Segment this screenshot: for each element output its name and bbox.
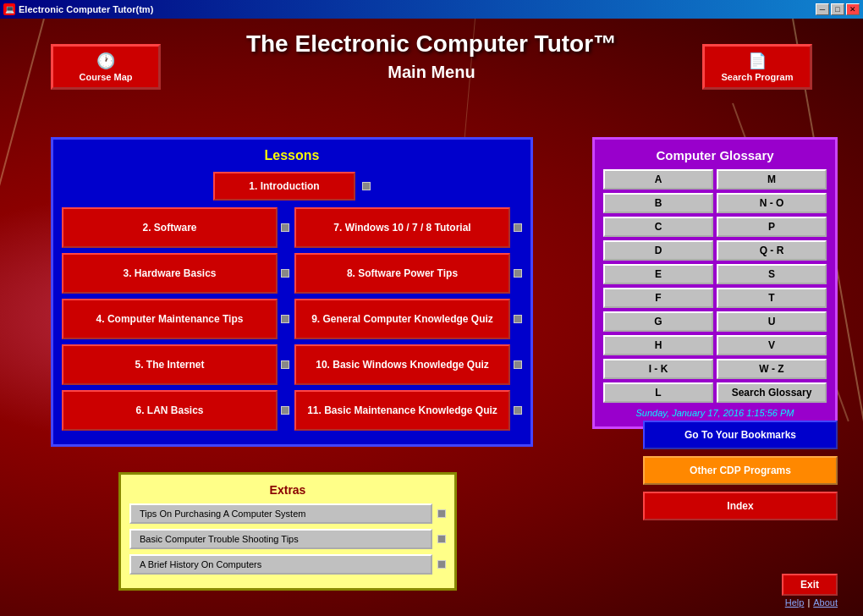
cdp-button[interactable]: Other CDP Programs: [643, 456, 838, 485]
lesson-cell: 8. Software Power Tips: [294, 253, 522, 294]
lesson-cell: 5. The Internet: [62, 344, 289, 385]
glossary-letter-button[interactable]: V: [717, 335, 827, 355]
lesson-cell: 10. Basic Windows Knowledge Quiz: [294, 344, 522, 385]
extras-panel: Extras Tips On Purchasing A Computer Sys…: [118, 472, 457, 591]
glossary-letter-button[interactable]: U: [717, 311, 827, 332]
extra-row: Basic Computer Trouble Shooting Tips: [129, 529, 446, 549]
extra-item-button[interactable]: Tips On Purchasing A Computer System: [129, 503, 432, 524]
glossary-letter-button[interactable]: B: [603, 193, 713, 213]
lesson-checkbox[interactable]: [514, 360, 522, 369]
lesson-checkbox[interactable]: [281, 406, 289, 415]
lesson-button[interactable]: 10. Basic Windows Knowledge Quiz: [294, 344, 510, 385]
lesson-row: 2. Software7. Windows 10 / 7 / 8 Tutoria…: [62, 207, 522, 248]
lesson-intro-button[interactable]: 1. Introduction: [213, 172, 355, 201]
glossary-letter-button[interactable]: Q - R: [717, 240, 827, 261]
glossary-letter-button[interactable]: L: [603, 382, 713, 403]
index-button[interactable]: Index: [643, 492, 838, 520]
glossary-title: Computer Glossary: [603, 148, 827, 162]
app-icon: 💻: [3, 3, 15, 15]
glossary-letter-button[interactable]: C: [603, 217, 713, 237]
extras-title: Extras: [129, 483, 446, 497]
lesson-button[interactable]: 7. Windows 10 / 7 / 8 Tutorial: [294, 207, 510, 248]
glossary-letter-button[interactable]: N - O: [717, 193, 827, 213]
right-buttons: Go To Your Bookmarks Other CDP Programs …: [643, 421, 838, 520]
lesson-button[interactable]: 2. Software: [62, 207, 278, 248]
glossary-letter-button[interactable]: T: [717, 288, 827, 308]
top-buttons-area: 🕐 Course Map 📄 Search Program: [0, 44, 863, 90]
lesson-checkbox[interactable]: [514, 315, 522, 323]
course-map-label: Course Map: [80, 72, 133, 82]
lesson-checkbox[interactable]: [281, 223, 289, 232]
lesson-cell: 11. Basic Maintenance Knowledge Quiz: [294, 390, 522, 431]
close-button[interactable]: ✕: [846, 3, 860, 15]
lesson-row: 5. The Internet10. Basic Windows Knowled…: [62, 344, 522, 385]
glossary-letter-button[interactable]: G: [603, 311, 713, 332]
extras-list: Tips On Purchasing A Computer SystemBasi…: [129, 503, 446, 575]
intro-checkbox[interactable]: [362, 182, 371, 190]
lesson-row: 4. Computer Maintenance Tips9. General C…: [62, 299, 522, 339]
bottom-right-area: Exit Help | About: [782, 574, 838, 608]
lesson-button[interactable]: 4. Computer Maintenance Tips: [62, 299, 278, 339]
lesson-button[interactable]: 8. Software Power Tips: [294, 253, 510, 294]
lesson-button[interactable]: 5. The Internet: [62, 344, 278, 385]
lesson-button[interactable]: 11. Basic Maintenance Knowledge Quiz: [294, 390, 510, 431]
extra-row: A Brief History On Computers: [129, 554, 446, 575]
bookmarks-button[interactable]: Go To Your Bookmarks: [643, 421, 838, 449]
lesson-checkbox[interactable]: [514, 223, 522, 232]
glossary-letter-button[interactable]: P: [717, 217, 827, 237]
lesson-cell: 2. Software: [62, 207, 289, 248]
glossary-grid: AMBN - OCPDQ - RESFTGUHVI - KW - ZLSearc…: [603, 169, 827, 403]
glossary-letter-button[interactable]: D: [603, 240, 713, 261]
glossary-letter-button[interactable]: F: [603, 288, 713, 308]
lesson-cell: 7. Windows 10 / 7 / 8 Tutorial: [294, 207, 522, 248]
lesson-cell: 3. Hardware Basics: [62, 253, 289, 294]
main-area: The Electronic Computer Tutor™ Main Menu…: [0, 19, 863, 616]
glossary-panel: Computer Glossary AMBN - OCPDQ - RESFTGU…: [592, 137, 838, 429]
glossary-letter-button[interactable]: A: [603, 169, 713, 190]
extra-checkbox[interactable]: [437, 560, 446, 569]
lesson-cell: 6. LAN Basics: [62, 390, 289, 431]
about-link[interactable]: About: [813, 597, 838, 608]
extra-row: Tips On Purchasing A Computer System: [129, 503, 446, 524]
search-program-label: Search Program: [722, 72, 794, 82]
lesson-button[interactable]: 3. Hardware Basics: [62, 253, 278, 294]
titlebar: 💻 Electronic Computer Tutor(tm) ─ □ ✕: [0, 0, 863, 19]
lesson-checkbox[interactable]: [281, 315, 289, 323]
glossary-letter-button[interactable]: W - Z: [717, 359, 827, 379]
intro-row: 1. Introduction: [62, 172, 522, 201]
minimize-button[interactable]: ─: [816, 3, 829, 15]
glossary-letter-button[interactable]: E: [603, 264, 713, 284]
lesson-checkbox[interactable]: [514, 269, 522, 278]
glossary-search-button[interactable]: Search Glossary: [717, 382, 827, 403]
course-map-button[interactable]: 🕐 Course Map: [51, 44, 161, 90]
window-controls: ─ □ ✕: [816, 3, 860, 15]
lesson-checkbox[interactable]: [514, 406, 522, 415]
help-about-row: Help | About: [785, 597, 838, 608]
lessons-title: Lessons: [62, 148, 522, 163]
lessons-grid: 2. Software7. Windows 10 / 7 / 8 Tutoria…: [62, 207, 522, 431]
lessons-panel: Lessons 1. Introduction 2. Software7. Wi…: [51, 137, 533, 447]
exit-button[interactable]: Exit: [782, 574, 838, 596]
extra-item-button[interactable]: Basic Computer Trouble Shooting Tips: [129, 529, 432, 549]
lesson-row: 3. Hardware Basics8. Software Power Tips: [62, 253, 522, 294]
extra-item-button[interactable]: A Brief History On Computers: [129, 554, 432, 575]
window-title: Electronic Computer Tutor(tm): [19, 4, 153, 14]
lesson-button[interactable]: 6. LAN Basics: [62, 390, 278, 431]
course-map-icon: 🕐: [96, 52, 115, 70]
date-time: Sunday, January 17, 2016 1:15:56 PM: [603, 408, 827, 418]
lesson-checkbox[interactable]: [281, 269, 289, 278]
lesson-cell: 4. Computer Maintenance Tips: [62, 299, 289, 339]
lesson-checkbox[interactable]: [281, 360, 289, 369]
lesson-row: 6. LAN Basics11. Basic Maintenance Knowl…: [62, 390, 522, 431]
extra-checkbox[interactable]: [437, 509, 446, 518]
restore-button[interactable]: □: [831, 3, 844, 15]
glossary-letter-button[interactable]: M: [717, 169, 827, 190]
glossary-letter-button[interactable]: S: [717, 264, 827, 284]
help-link[interactable]: Help: [785, 597, 805, 608]
extra-checkbox[interactable]: [437, 535, 446, 543]
search-program-button[interactable]: 📄 Search Program: [702, 44, 812, 90]
lesson-button[interactable]: 9. General Computer Knowledge Quiz: [294, 299, 510, 339]
lesson-cell: 9. General Computer Knowledge Quiz: [294, 299, 522, 339]
glossary-letter-button[interactable]: I - K: [603, 359, 713, 379]
glossary-letter-button[interactable]: H: [603, 335, 713, 355]
